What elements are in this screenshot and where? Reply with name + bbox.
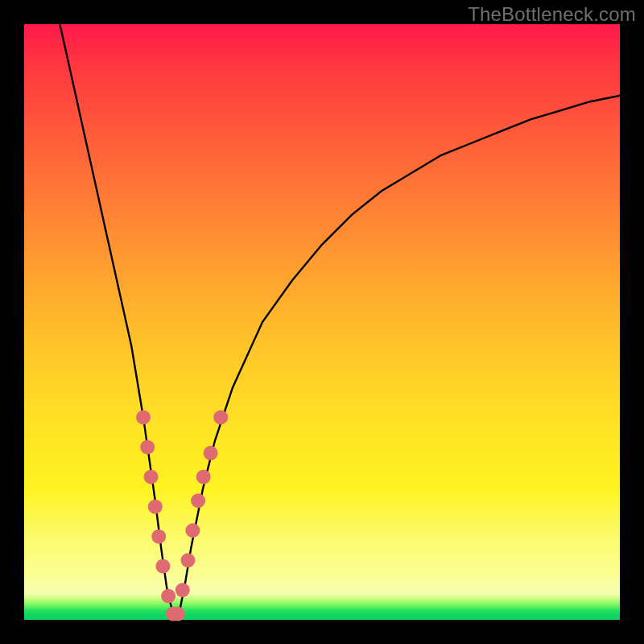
marker-dot [161,588,175,603]
marker-dot [204,446,218,460]
marker-dot [191,493,205,508]
bottleneck-curve [60,24,620,614]
chart-frame: TheBottleneck.com [0,0,644,644]
marker-dot [151,529,166,543]
marker-dot [185,523,200,538]
marker-dot [213,410,228,424]
marker-dot [136,410,151,424]
marker-dot [144,469,159,484]
watermark-text: TheBottleneck.com [468,3,636,26]
marker-dot [175,583,190,597]
marker-dot [140,440,155,454]
right-arm-dots [175,410,228,597]
marker-dot [148,499,163,514]
marker-dot [196,469,211,484]
marker-dot [171,607,185,621]
plot-area [24,24,620,620]
marker-dot [155,559,170,573]
marker-dot [181,553,196,568]
curve-svg [24,24,620,620]
